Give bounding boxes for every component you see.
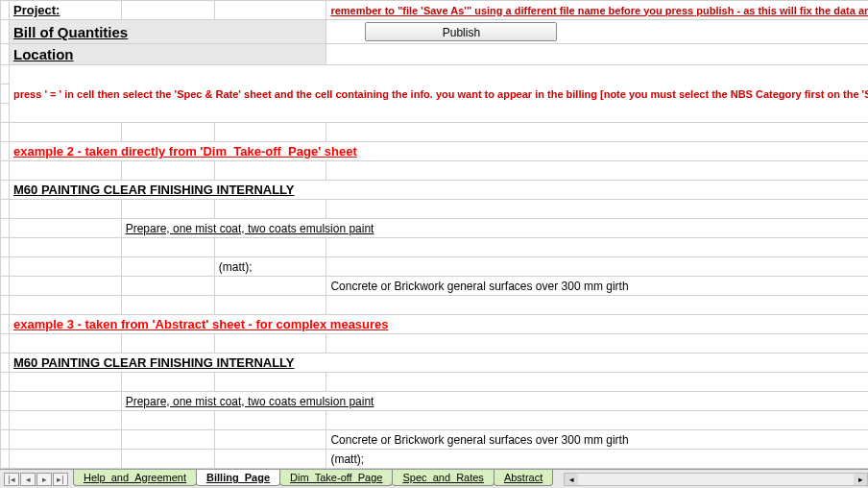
publish-button[interactable]: Publish xyxy=(365,22,557,41)
matt-label-2: (matt); xyxy=(326,450,868,469)
tab-label: Help_and_Agreement xyxy=(84,472,186,483)
tab-label: Billing_Page xyxy=(206,472,270,483)
scroll-right-button[interactable]: ▸ xyxy=(854,474,867,485)
example-2-heading: example 2 - taken directly from 'Dim_Tak… xyxy=(10,142,869,161)
tab-abstract[interactable]: Abstract xyxy=(494,470,553,486)
item-desc-1: Concrete or Brickwork general surfaces o… xyxy=(326,277,868,296)
tab-label: Dim_Take-off_Page xyxy=(290,472,382,483)
tab-billing-page[interactable]: Billing_Page xyxy=(196,470,280,486)
section-heading-1: M60 PAINTING CLEAR FINISHING INTERNALLY xyxy=(10,181,869,200)
sub-heading-2: Prepare, one mist coat, two coats emulsi… xyxy=(121,392,868,411)
sheet-tabs-bar: |◂ ◂ ▸ ▸| Help_and_Agreement Billing_Pag… xyxy=(0,469,868,488)
page-title: Bill of Quantities xyxy=(10,20,326,44)
section-heading-2: M60 PAINTING CLEAR FINISHING INTERNALLY xyxy=(10,354,869,373)
item-desc-2: Concrete or Brickwork general surfaces o… xyxy=(326,430,868,450)
matt-label-1: (matt); xyxy=(214,257,326,277)
tab-dim-take-off-page[interactable]: Dim_Take-off_Page xyxy=(279,470,393,486)
scroll-left-button[interactable]: ◂ xyxy=(565,474,578,485)
tab-help-and-agreement[interactable]: Help_and_Agreement xyxy=(73,470,197,486)
project-label: Project: xyxy=(10,1,122,20)
sub-heading-1: Prepare, one mist coat, two coats emulsi… xyxy=(121,219,868,238)
horizontal-scrollbar[interactable]: ◂ ▸ xyxy=(564,473,868,486)
tab-spec-and-rates[interactable]: Spec_and_Rates xyxy=(392,470,494,486)
tab-nav-next[interactable]: ▸ xyxy=(36,473,52,486)
warning-text: remember to "file 'Save As'" using a dif… xyxy=(326,1,868,20)
tab-nav-last[interactable]: ▸| xyxy=(53,473,68,486)
tab-label: Spec_and_Rates xyxy=(402,472,483,483)
instructions-text: press ' = ' in cell then select the 'Spe… xyxy=(10,65,869,123)
tab-label: Abstract xyxy=(504,472,542,483)
location-title: Location xyxy=(10,44,326,65)
example-3-heading: example 3 - taken from 'Abstract' sheet … xyxy=(10,315,869,334)
spreadsheet-grid[interactable]: Project: remember to "file 'Save As'" us… xyxy=(0,0,868,488)
tab-nav-prev[interactable]: ◂ xyxy=(20,473,36,486)
tab-nav-first[interactable]: |◂ xyxy=(4,473,19,486)
